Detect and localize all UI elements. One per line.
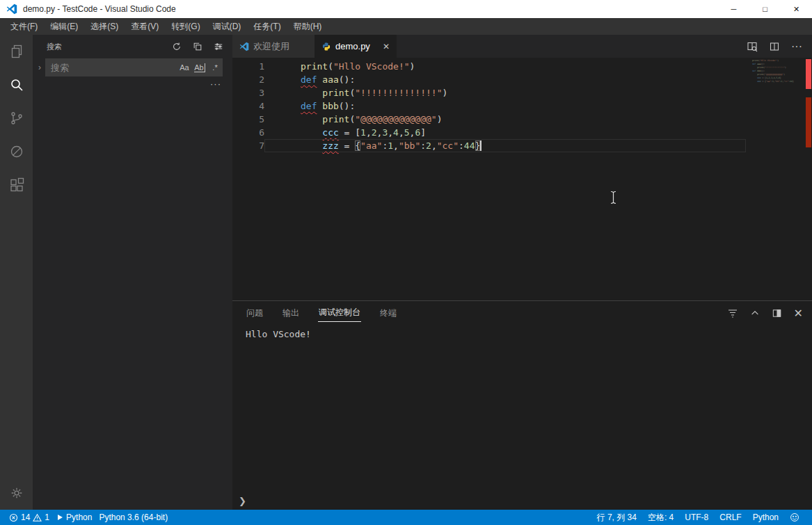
toggle-search-more-button[interactable]: ···: [210, 79, 221, 89]
overview-ruler-mark: [806, 59, 811, 89]
filter-icon[interactable]: [727, 307, 738, 318]
bottom-panel: 问题 输出 调试控制台 终端 ✕ Hllo VScode!: [232, 300, 812, 510]
run-python-button[interactable]: Python: [53, 510, 95, 525]
toggle-search-details-icon[interactable]: [212, 40, 225, 54]
split-editor-icon[interactable]: [769, 41, 780, 52]
python-tab-icon: [321, 42, 331, 51]
menu-edit[interactable]: 编辑(E): [44, 18, 84, 35]
maximize-button[interactable]: □: [749, 0, 781, 18]
search-view: 搜索 › Aa Ab .* ···: [33, 35, 232, 510]
debug-console-output: Hllo VScode!: [232, 325, 812, 492]
clear-search-icon[interactable]: [191, 40, 205, 54]
search-box: Aa Ab .*: [45, 58, 223, 76]
debug-icon[interactable]: [0, 135, 33, 168]
regex-icon[interactable]: .*: [207, 60, 223, 74]
code-lines: 1print("Hllo VScode!")2def aaa():3 print…: [232, 58, 812, 152]
line-number: 7: [232, 139, 264, 152]
code-line[interactable]: 3 print("!!!!!!!!!!!!!!"): [232, 86, 812, 99]
menu-bar: 文件(F) 编辑(E) 选择(S) 查看(V) 转到(G) 调试(D) 任务(T…: [0, 18, 812, 35]
overview-ruler-mark: [806, 97, 811, 147]
line-number: 1: [232, 60, 264, 73]
settings-gear-icon[interactable]: [0, 476, 33, 510]
error-icon: [9, 513, 18, 522]
eol-status[interactable]: CRLF: [714, 512, 747, 522]
vscode-logo-icon: [6, 3, 17, 15]
play-icon: [56, 514, 63, 521]
code-line[interactable]: 2def aaa():: [232, 73, 812, 86]
menu-debug[interactable]: 调试(D): [207, 18, 248, 35]
panel-tab-terminal[interactable]: 终端: [379, 305, 397, 322]
search-icon[interactable]: [0, 68, 33, 102]
code-line[interactable]: 4def bbb():: [232, 99, 812, 113]
more-actions-icon[interactable]: ···: [791, 40, 802, 53]
tab-welcome-label: 欢迎使用: [253, 40, 289, 53]
maximize-panel-icon[interactable]: [750, 308, 760, 318]
python-interpreter-status[interactable]: Python 3.6 (64-bit): [95, 510, 171, 525]
indentation-status[interactable]: 空格: 4: [642, 512, 679, 524]
code-line[interactable]: 1print("Hllo VScode!"): [232, 60, 812, 73]
panel-tab-problems[interactable]: 问题: [246, 305, 264, 322]
encoding-status[interactable]: UTF-8: [679, 512, 714, 522]
panel-position-icon[interactable]: [772, 308, 782, 318]
sidebar-title: 搜索: [47, 42, 62, 52]
toggle-replace-chevron-icon[interactable]: ›: [34, 63, 45, 72]
minimap[interactable]: print("Hllo VScode!")def aaa(): print("!…: [752, 59, 802, 83]
panel-tab-debug-console[interactable]: 调试控制台: [318, 304, 361, 322]
line-number: 2: [232, 73, 264, 86]
code-editor[interactable]: 1print("Hllo VScode!")2def aaa():3 print…: [232, 58, 812, 300]
code-line[interactable]: 5 print("@@@@@@@@@@@@@"): [232, 113, 812, 126]
tab-welcome[interactable]: 欢迎使用: [232, 35, 315, 58]
minimap-line: zzz = {"aa":1,"bb":2,"cc":44}: [752, 80, 802, 83]
code-line[interactable]: 6 ccc = [1,2,3,4,5,6]: [232, 126, 812, 139]
minimize-button[interactable]: ─: [718, 0, 749, 18]
status-bar: 14 1 Python Python 3.6 (64-bit) 行 7, 列 3…: [0, 510, 812, 525]
cursor-position-status[interactable]: 行 7, 列 34: [591, 512, 642, 524]
menu-help[interactable]: 帮助(H): [287, 18, 328, 35]
whole-word-icon[interactable]: Ab: [192, 60, 207, 74]
window-title: demo.py - TestCode - Visual Studio Code: [23, 4, 176, 14]
close-panel-icon[interactable]: ✕: [794, 307, 803, 320]
menu-go[interactable]: 转到(G): [165, 18, 206, 35]
tab-close-icon[interactable]: ✕: [383, 42, 390, 51]
line-number: 3: [232, 86, 264, 99]
tab-demo-py-label: demo.py: [335, 41, 370, 51]
feedback-smiley-icon[interactable]: [784, 512, 805, 522]
line-number: 5: [232, 113, 264, 126]
menu-tasks[interactable]: 任务(T): [247, 18, 287, 35]
refresh-icon[interactable]: [170, 40, 184, 54]
line-number: 4: [232, 99, 264, 113]
source-control-icon[interactable]: [0, 102, 33, 135]
warning-icon: [33, 513, 42, 522]
problems-status[interactable]: 14 1: [6, 510, 53, 525]
activity-bar: [0, 35, 33, 510]
open-preview-icon[interactable]: [747, 41, 758, 52]
match-case-icon[interactable]: Aa: [177, 60, 192, 74]
close-button[interactable]: ✕: [781, 0, 812, 18]
overview-ruler[interactable]: [805, 58, 812, 300]
editor-tab-bar: 欢迎使用 demo.py ✕ ···: [232, 35, 812, 58]
explorer-icon[interactable]: [0, 35, 33, 68]
menu-view[interactable]: 查看(V): [125, 18, 165, 35]
vscode-tab-icon: [239, 42, 249, 51]
debug-console-prompt-icon[interactable]: ❯: [239, 496, 246, 506]
text-caret: [480, 140, 481, 151]
code-line[interactable]: 7 zzz = {"aa":1,"bb":2,"cc":44}: [232, 139, 812, 152]
tab-demo-py[interactable]: demo.py ✕: [315, 35, 397, 58]
extensions-icon[interactable]: [0, 168, 33, 202]
search-input[interactable]: [49, 62, 177, 74]
title-bar: demo.py - TestCode - Visual Studio Code …: [0, 0, 812, 18]
line-number: 6: [232, 126, 264, 139]
panel-tab-output[interactable]: 输出: [282, 305, 300, 322]
menu-file[interactable]: 文件(F): [4, 18, 44, 35]
menu-selection[interactable]: 选择(S): [84, 18, 125, 35]
language-mode-status[interactable]: Python: [747, 512, 784, 522]
